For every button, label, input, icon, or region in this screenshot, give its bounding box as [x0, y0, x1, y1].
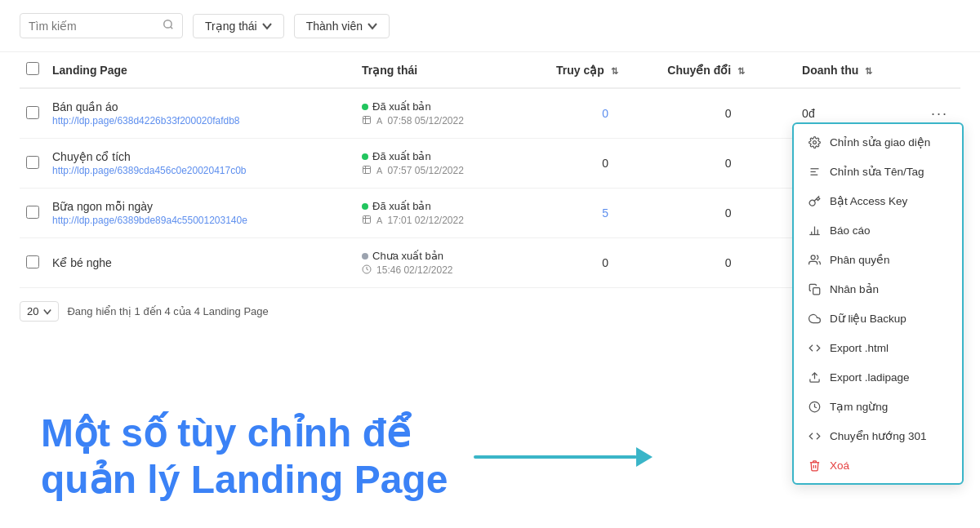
svg-line-1	[171, 27, 173, 29]
menu-item-delete[interactable]: Xoá	[794, 450, 962, 480]
status-time: 15:46 02/12/2022	[376, 264, 452, 276]
sort-conversion-icon: ⇅	[737, 66, 745, 77]
menu-label-duplicate: Nhân bản	[830, 282, 879, 295]
row-status-cell: Đã xuất bản A 17:01 02/12/2022	[355, 189, 550, 238]
svg-rect-6	[363, 216, 371, 224]
status-text: Chưa xuất bản	[372, 250, 443, 262]
status-text: Đã xuất bản	[372, 100, 431, 113]
menu-label-delete: Xoá	[830, 459, 849, 472]
status-dot	[362, 253, 368, 260]
sort-access-icon: ⇅	[611, 66, 618, 77]
status-time: 07:57 05/12/2022	[387, 165, 463, 176]
status-extra: A	[376, 166, 382, 175]
row-status-cell: Chưa xuất bản 15:46 02/12/2022	[355, 238, 550, 288]
search-input[interactable]	[29, 20, 158, 33]
menu-item-backup[interactable]: Dữ liệu Backup	[794, 304, 962, 333]
menu-icon-export-ladipage	[807, 370, 822, 384]
page-name: Kể bé nghe	[52, 256, 349, 269]
row-conversion-cell: 0	[661, 88, 795, 139]
menu-icon-redirect-301	[807, 428, 822, 443]
status-dot	[362, 153, 368, 160]
revenue-value: 0đ	[802, 107, 815, 120]
row-name-cell: Bán quần áo http://ldp.page/638d4226b33f…	[46, 88, 355, 139]
table-header-row: Landing Page Trạng thái Truy cập ⇅ Chuyể…	[20, 52, 960, 88]
menu-item-export-ladipage[interactable]: Export .ladipage	[794, 362, 962, 392]
page-name: Chuyện cổ tích	[52, 150, 349, 163]
svg-point-9	[813, 140, 816, 144]
status-meta-icon	[362, 115, 372, 126]
svg-point-17	[811, 255, 815, 259]
arrow-head	[636, 447, 653, 467]
col-conversion[interactable]: Chuyển đổi ⇅	[661, 52, 795, 88]
filter-bar: Trạng thái Thành viên	[0, 0, 980, 52]
status-meta-icon	[362, 215, 372, 226]
menu-icon-edit-ui	[807, 135, 822, 149]
row-name-cell: Bữa ngon mỗi ngày http://ldp.page/6389bd…	[46, 189, 355, 238]
conversion-value: 0	[725, 107, 732, 120]
overlay-line2: quản lý Landing Page	[41, 456, 448, 504]
status-label: Đã xuất bản	[362, 150, 543, 162]
menu-label-pause: Tạm ngừng	[830, 400, 888, 413]
context-menu: Chỉnh sửa giao diện Chỉnh sửa Tên/Tag Bậ…	[792, 122, 964, 485]
page-size-selector[interactable]: 20	[20, 301, 59, 322]
menu-item-duplicate[interactable]: Nhân bản	[794, 274, 962, 304]
col-revenue[interactable]: Doanh thu ⇅	[795, 52, 920, 88]
status-label: Chưa xuất bản	[362, 250, 543, 262]
member-dropdown[interactable]: Thành viên	[294, 14, 390, 38]
menu-label-access-key: Bật Access Key	[830, 194, 907, 207]
row-name-cell: Chuyện cổ tích http://ldp.page/6389cda45…	[46, 139, 355, 189]
svg-point-0	[164, 20, 172, 28]
sort-revenue-icon: ⇅	[865, 66, 872, 77]
status-meta: A 17:01 02/12/2022	[362, 215, 543, 226]
search-box[interactable]	[20, 13, 183, 38]
col-actions	[920, 52, 960, 88]
row-name-cell: Kể bé nghe	[46, 238, 355, 288]
pagination-info: Đang hiển thị 1 đến 4 của 4 Landing Page	[67, 305, 268, 317]
status-text: Đã xuất bản	[372, 150, 431, 162]
menu-item-edit-name[interactable]: Chỉnh sửa Tên/Tag	[794, 157, 962, 186]
page-url[interactable]: http://ldp.page/638d4226b33f200020fafdb8	[52, 115, 240, 126]
menu-item-report[interactable]: Báo cáo	[794, 215, 962, 245]
overlay-line1: Một số tùy chỉnh để	[41, 410, 448, 457]
menu-item-edit-ui[interactable]: Chỉnh sửa giao diện	[794, 127, 962, 157]
row-checkbox-cell	[20, 139, 46, 189]
menu-item-export-html[interactable]: Export .html	[794, 333, 962, 362]
col-access[interactable]: Truy cập ⇅	[550, 52, 661, 88]
col-status: Trạng thái	[355, 52, 550, 88]
menu-item-pause[interactable]: Tạm ngừng	[794, 392, 962, 421]
status-dot	[362, 104, 368, 110]
page-name: Bữa ngon mỗi ngày	[52, 200, 349, 213]
row-checkbox[interactable]	[26, 156, 39, 169]
row-status-cell: Đã xuất bản A 07:57 05/12/2022	[355, 139, 550, 189]
row-checkbox[interactable]	[26, 255, 39, 268]
menu-item-access-key[interactable]: Bật Access Key	[794, 186, 962, 215]
svg-rect-2	[363, 117, 371, 124]
status-meta-icon	[362, 165, 372, 176]
arrow-overlay	[474, 447, 653, 467]
menu-label-backup: Dữ liệu Backup	[830, 312, 906, 325]
status-extra: A	[376, 116, 382, 126]
status-text: Đã xuất bản	[372, 200, 431, 212]
menu-label-redirect-301: Chuyển hướng 301	[830, 429, 927, 442]
row-access-cell: 0	[550, 139, 661, 189]
menu-icon-backup	[807, 311, 822, 326]
status-dropdown[interactable]: Trạng thái	[193, 14, 284, 38]
more-button[interactable]: ···	[926, 104, 953, 122]
menu-item-redirect-301[interactable]: Chuyển hướng 301	[794, 421, 962, 450]
row-checkbox[interactable]	[26, 206, 39, 219]
menu-icon-report	[807, 223, 822, 237]
page-url[interactable]: http://ldp.page/6389cda456c0e20020417c0b	[52, 165, 247, 176]
svg-rect-18	[813, 287, 819, 294]
row-checkbox-cell	[20, 88, 46, 139]
conversion-value: 0	[725, 157, 732, 170]
header-checkbox-cell	[20, 52, 46, 88]
menu-label-export-html: Export .html	[830, 342, 889, 354]
conversion-value: 0	[725, 206, 732, 220]
select-all-checkbox[interactable]	[26, 62, 39, 75]
row-access-cell: 5	[550, 189, 661, 238]
menu-icon-edit-name	[807, 164, 822, 179]
page-url[interactable]: http://ldp.page/6389bde89a4c55001203140e	[52, 215, 247, 226]
status-dot	[362, 203, 368, 210]
menu-item-permissions[interactable]: Phân quyền	[794, 245, 962, 274]
row-checkbox[interactable]	[26, 106, 39, 119]
